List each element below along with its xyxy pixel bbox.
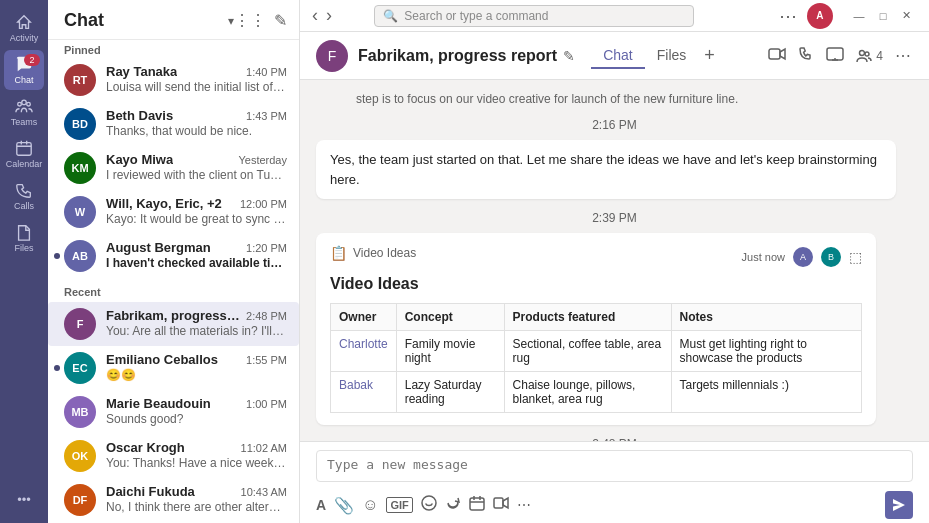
svg-rect-9 bbox=[470, 498, 484, 510]
avatar-kayo-miwa: KM bbox=[64, 152, 96, 184]
chat-item-marie[interactable]: MB Marie Beaudouin 1:00 PM Sounds good? bbox=[48, 390, 299, 434]
chat-name: Emiliano Ceballos bbox=[106, 352, 218, 367]
card-avatar-2: B bbox=[821, 247, 841, 267]
chat-item-august-bergman[interactable]: AB August Bergman 1:20 PM I haven't chec… bbox=[48, 234, 299, 278]
close-button[interactable]: ✕ bbox=[897, 6, 917, 26]
channel-edit-icon[interactable]: ✎ bbox=[563, 48, 575, 64]
rail-chat[interactable]: 2 Chat bbox=[4, 50, 44, 90]
emoji-icon[interactable]: ☺ bbox=[362, 496, 378, 514]
svg-point-6 bbox=[860, 50, 865, 55]
svg-point-2 bbox=[27, 102, 31, 106]
chat-info-marie: Marie Beaudouin 1:00 PM Sounds good? bbox=[106, 396, 287, 426]
chat-item-oscar[interactable]: OK Oscar Krogh 11:02 AM You: Thanks! Hav… bbox=[48, 434, 299, 478]
files-label: Files bbox=[14, 243, 33, 253]
chat-name: Will, Kayo, Eric, +2 bbox=[106, 196, 222, 211]
sidebar-compose-icon[interactable]: ✎ bbox=[274, 11, 287, 30]
avatar-august-bergman: AB bbox=[64, 240, 96, 272]
minimize-button[interactable]: — bbox=[849, 6, 869, 26]
avatar-emiliano: EC bbox=[64, 352, 96, 384]
chat-info-emiliano: Emiliano Ceballos 1:55 PM 😊😊 bbox=[106, 352, 287, 382]
chat-time: 11:02 AM bbox=[241, 442, 287, 454]
chat-item-beth-davis[interactable]: BD Beth Davis 1:43 PM Thanks, that would… bbox=[48, 102, 299, 146]
partial-message-context: step is to focus on our video creative f… bbox=[316, 92, 913, 106]
rail-more[interactable]: ••• bbox=[4, 483, 44, 515]
loop-icon[interactable] bbox=[445, 495, 461, 515]
svg-rect-3 bbox=[17, 143, 31, 156]
svg-point-8 bbox=[422, 496, 436, 510]
chat-name: August Bergman bbox=[106, 240, 211, 255]
chat-item-kayo-miwa[interactable]: KM Kayo Miwa Yesterday I reviewed with t… bbox=[48, 146, 299, 190]
unread-dot bbox=[54, 253, 60, 259]
chat-item-daichi[interactable]: DF Daichi Fukuda 10:43 AM No, I think th… bbox=[48, 478, 299, 522]
chat-name: Beth Davis bbox=[106, 108, 173, 123]
chat-item-will-group[interactable]: W Will, Kayo, Eric, +2 12:00 PM Kayo: It… bbox=[48, 190, 299, 234]
card-expand-icon[interactable]: ⬚ bbox=[849, 249, 862, 265]
chat-preview: Thanks, that would be nice. bbox=[106, 124, 287, 138]
chat-item-emiliano[interactable]: EC Emiliano Ceballos 1:55 PM 😊😊 bbox=[48, 346, 299, 390]
tab-add-button[interactable]: + bbox=[698, 41, 721, 70]
participant-count: 4 bbox=[856, 48, 883, 64]
channel-avatar: F bbox=[316, 40, 348, 72]
window-controls: — □ ✕ bbox=[849, 6, 917, 26]
chat-preview: No, I think there are other alternatives… bbox=[106, 500, 287, 514]
meet-now-icon[interactable] bbox=[493, 496, 509, 514]
chat-preview: Louisa will send the initial list of alt… bbox=[106, 80, 287, 94]
svg-rect-4 bbox=[769, 49, 780, 59]
video-call-icon[interactable] bbox=[768, 47, 786, 65]
more-actions-icon[interactable]: ⋯ bbox=[517, 497, 533, 513]
sidebar-title: Chat bbox=[64, 10, 224, 31]
rail-activity[interactable]: Activity bbox=[4, 8, 44, 48]
forward-button[interactable]: › bbox=[326, 5, 332, 26]
format-text-icon[interactable]: A bbox=[316, 497, 326, 513]
search-placeholder: Search or type a command bbox=[404, 9, 548, 23]
chat-name: Marie Beaudouin bbox=[106, 396, 211, 411]
schedule-icon[interactable] bbox=[469, 495, 485, 515]
channel-more-icon[interactable]: ⋯ bbox=[895, 46, 913, 65]
row1-owner[interactable]: Charlotte bbox=[331, 331, 397, 372]
card-tag: 📋 Video Ideas bbox=[330, 245, 416, 261]
chat-name: Daichi Fukuda bbox=[106, 484, 195, 499]
rail-calls[interactable]: Calls bbox=[4, 176, 44, 216]
message-input[interactable] bbox=[316, 450, 913, 482]
svg-rect-10 bbox=[494, 498, 503, 508]
search-bar[interactable]: 🔍 Search or type a command bbox=[374, 5, 694, 27]
sidebar-filter-icon[interactable]: ⋮⋮ bbox=[234, 11, 266, 30]
back-button[interactable]: ‹ bbox=[312, 5, 318, 26]
avatar-oscar: OK bbox=[64, 440, 96, 472]
table-header-products: Products featured bbox=[504, 304, 671, 331]
svg-point-0 bbox=[22, 100, 27, 105]
maximize-button[interactable]: □ bbox=[873, 6, 893, 26]
user-avatar[interactable]: A bbox=[807, 3, 833, 29]
chat-name: Fabrikam, progress report bbox=[106, 308, 242, 323]
gif-icon[interactable]: GIF bbox=[386, 497, 412, 513]
rail-calendar[interactable]: Calendar bbox=[4, 134, 44, 174]
row2-notes: Targets millennials :) bbox=[671, 372, 862, 413]
card-time: Just now bbox=[742, 251, 785, 263]
messages-area[interactable]: step is to focus on our video creative f… bbox=[300, 80, 929, 441]
row2-owner[interactable]: Babak bbox=[331, 372, 397, 413]
rail-files[interactable]: Files bbox=[4, 218, 44, 258]
sticker-icon[interactable] bbox=[421, 495, 437, 515]
rail-teams[interactable]: Teams bbox=[4, 92, 44, 132]
timestamp-216pm: 2:16 PM bbox=[316, 118, 913, 132]
card-title: Video Ideas bbox=[330, 275, 862, 293]
avatar-beth-davis: BD bbox=[64, 108, 96, 140]
send-button[interactable] bbox=[885, 491, 913, 519]
chat-item-fabrikam[interactable]: F Fabrikam, progress report 2:48 PM You:… bbox=[48, 302, 299, 346]
screen-share-icon[interactable] bbox=[826, 47, 844, 65]
message-text-1: Yes, the team just started on that. Let … bbox=[330, 150, 882, 189]
audio-call-icon[interactable] bbox=[798, 46, 814, 66]
svg-point-1 bbox=[18, 102, 22, 106]
tab-chat[interactable]: Chat bbox=[591, 43, 645, 69]
pinned-section-label: Pinned bbox=[48, 40, 299, 58]
topbar-nav-group: ‹ › bbox=[312, 5, 332, 26]
chat-preview: Kayo: It would be great to sync with... bbox=[106, 212, 287, 226]
tab-files[interactable]: Files bbox=[645, 43, 699, 69]
chat-item-ray-tanaka[interactable]: RT Ray Tanaka 1:40 PM Louisa will send t… bbox=[48, 58, 299, 102]
main-area: ‹ › 🔍 Search or type a command ⋯ A — □ ✕… bbox=[300, 0, 929, 523]
attach-icon[interactable]: 📎 bbox=[334, 496, 354, 515]
topbar-more-icon[interactable]: ⋯ bbox=[779, 5, 799, 27]
teams-label: Teams bbox=[11, 117, 38, 127]
svg-point-7 bbox=[865, 52, 869, 56]
chat-info-will-group: Will, Kayo, Eric, +2 12:00 PM Kayo: It w… bbox=[106, 196, 287, 226]
